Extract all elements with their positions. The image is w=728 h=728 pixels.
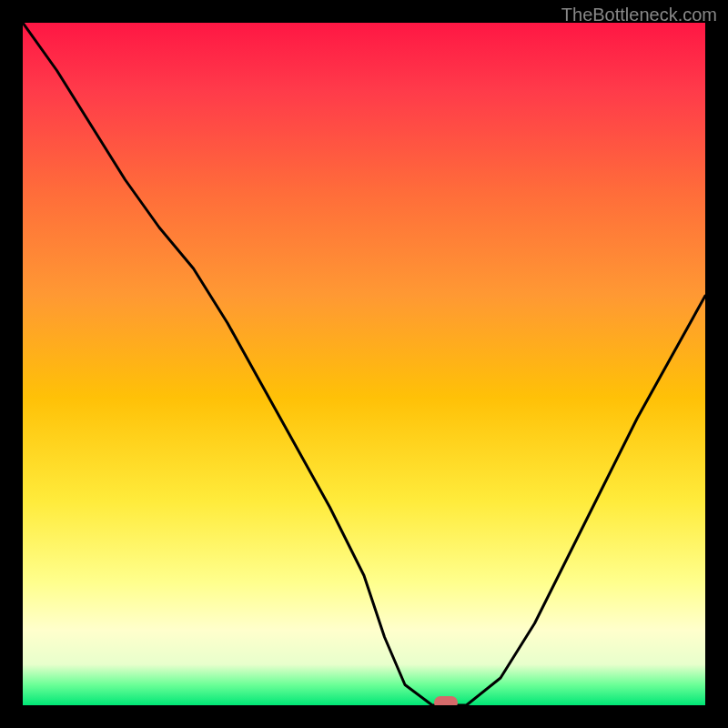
chart-plot-area <box>23 23 705 705</box>
optimal-point-marker <box>434 696 458 705</box>
bottleneck-curve <box>23 23 705 705</box>
watermark-text: TheBottleneck.com <box>561 5 717 25</box>
chart-line-svg <box>23 23 705 705</box>
